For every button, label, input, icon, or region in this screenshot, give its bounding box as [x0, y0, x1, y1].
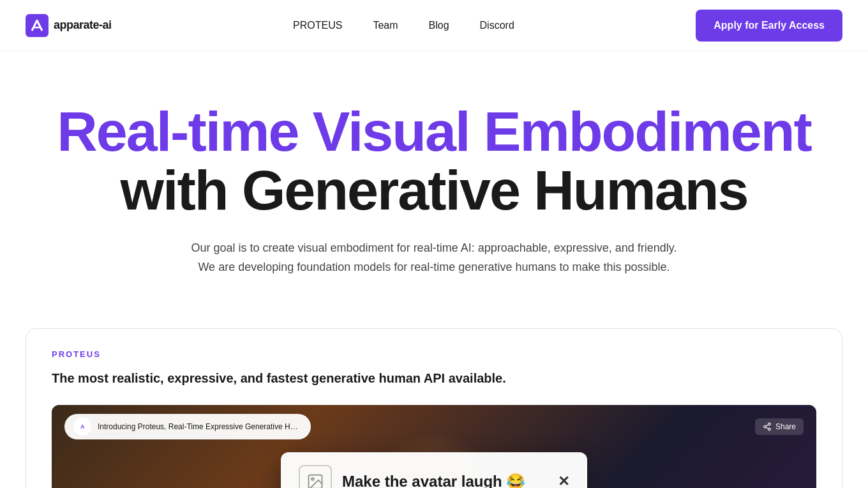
- nav-link-proteus[interactable]: PROTEUS: [293, 20, 342, 31]
- svg-line-4: [766, 427, 768, 429]
- logo-icon: [26, 14, 49, 37]
- svg-point-3: [768, 428, 771, 431]
- channel-logo-text: A: [80, 423, 84, 430]
- svg-rect-0: [26, 14, 49, 37]
- svg-line-5: [766, 425, 768, 426]
- proteus-card: PROTEUS The most realistic, expressive, …: [26, 328, 842, 488]
- video-share-button[interactable]: Share: [755, 418, 804, 435]
- hero-subtitle: Our goal is to create visual embodiment …: [185, 238, 683, 277]
- channel-logo: A: [73, 418, 91, 436]
- prompt-text: Make the avatar laugh 😂: [342, 473, 548, 488]
- svg-point-2: [764, 425, 767, 428]
- navbar: apparate-ai PROTEUS Team Blog Discord Ap…: [0, 0, 868, 51]
- hero-title-line2: with Generative Humans: [38, 161, 830, 220]
- svg-point-1: [768, 423, 771, 425]
- channel-logo-inner: A: [75, 419, 90, 434]
- prompt-close-button[interactable]: ✕: [558, 473, 569, 488]
- svg-point-7: [311, 478, 314, 480]
- nav-link-team[interactable]: Team: [373, 20, 398, 31]
- nav-links: PROTEUS Team Blog Discord: [293, 20, 514, 31]
- hero-title: Real-time Visual Embodiment with Generat…: [38, 102, 830, 220]
- hero-title-line1: Real-time Visual Embodiment: [38, 102, 830, 161]
- logo-text: apparate-ai: [54, 19, 112, 32]
- hero-section: Real-time Visual Embodiment with Generat…: [0, 51, 868, 316]
- video-title: Introducing Proteus, Real-Time Expressiv…: [98, 422, 302, 431]
- video-container[interactable]: A Introducing Proteus, Real-Time Express…: [52, 405, 816, 488]
- prompt-image-icon: [299, 465, 332, 488]
- video-prompt-card: Make the avatar laugh 😂 ✕: [281, 452, 587, 488]
- video-top-bar: A Introducing Proteus, Real-Time Express…: [52, 405, 816, 448]
- proteus-description: The most realistic, expressive, and fast…: [52, 369, 816, 387]
- logo-link[interactable]: apparate-ai: [26, 14, 112, 37]
- share-icon: [763, 422, 772, 431]
- image-icon: [306, 473, 324, 488]
- video-youtube-badge: A Introducing Proteus, Real-Time Express…: [64, 414, 311, 439]
- nav-link-discord[interactable]: Discord: [480, 20, 514, 31]
- early-access-button[interactable]: Apply for Early Access: [696, 10, 842, 42]
- nav-link-blog[interactable]: Blog: [429, 20, 449, 31]
- share-label: Share: [775, 422, 796, 431]
- proteus-label: PROTEUS: [52, 349, 816, 359]
